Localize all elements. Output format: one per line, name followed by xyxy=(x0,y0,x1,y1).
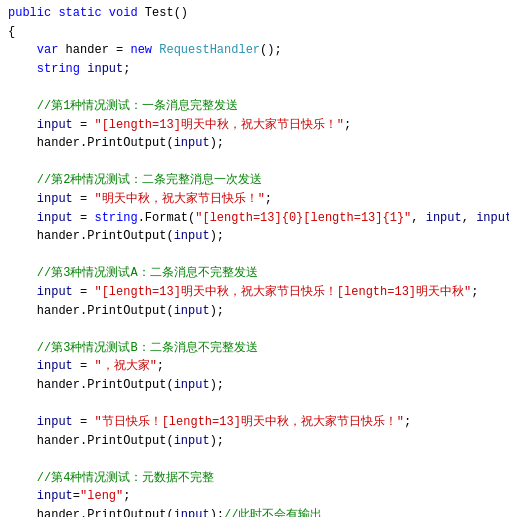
code-line-18 xyxy=(8,320,501,339)
code-line-24: hander.PrintOutput(input); xyxy=(8,432,501,451)
code-line-2: { xyxy=(8,23,501,42)
code-line-19: //第3种情况测试B：二条消息不完整发送 xyxy=(8,339,501,358)
code-line-5 xyxy=(8,78,501,97)
code-line-7: input = "[length=13]明天中秋，祝大家节日快乐！"; xyxy=(8,116,501,135)
code-line-28: hander.PrintOutput(input);//此时不会有输出 xyxy=(8,506,501,517)
code-line-3: var hander = new RequestHandler(); xyxy=(8,41,501,60)
code-line-25 xyxy=(8,450,501,469)
code-line-11: input = "明天中秋，祝大家节日快乐！"; xyxy=(8,190,501,209)
code-line-16: input = "[length=13]明天中秋，祝大家节日快乐！[length… xyxy=(8,283,501,302)
code-line-9 xyxy=(8,153,501,172)
code-line-4: string input; xyxy=(8,60,501,79)
code-line-17: hander.PrintOutput(input); xyxy=(8,302,501,321)
code-line-14 xyxy=(8,246,501,265)
code-line-6: //第1种情况测试：一条消息完整发送 xyxy=(8,97,501,116)
code-line-22 xyxy=(8,394,501,413)
code-line-20: input = "，祝大家"; xyxy=(8,357,501,376)
code-line-23: input = "节日快乐！[length=13]明天中秋，祝大家节日快乐！"; xyxy=(8,413,501,432)
code-line-12: input = string.Format("[length=13]{0}[le… xyxy=(8,209,501,228)
code-line-15: //第3种情况测试A：二条消息不完整发送 xyxy=(8,264,501,283)
code-editor: public static void Test() { var hander =… xyxy=(0,0,509,517)
code-line-13: hander.PrintOutput(input); xyxy=(8,227,501,246)
code-line-27: input="leng"; xyxy=(8,487,501,506)
code-line-26: //第4种情况测试：元数据不完整 xyxy=(8,469,501,488)
code-line-1: public static void Test() xyxy=(8,4,501,23)
code-line-21: hander.PrintOutput(input); xyxy=(8,376,501,395)
code-line-10: //第2种情况测试：二条完整消息一次发送 xyxy=(8,171,501,190)
code-line-8: hander.PrintOutput(input); xyxy=(8,134,501,153)
